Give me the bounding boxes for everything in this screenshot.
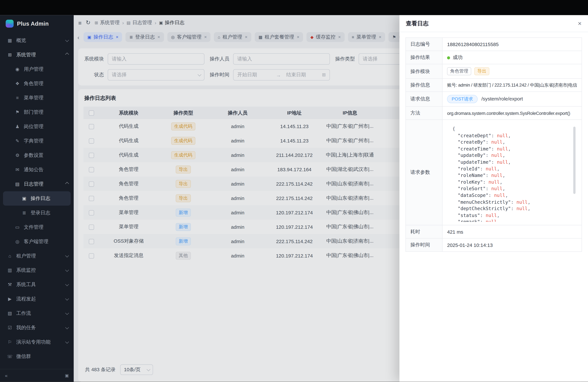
log-field-row: 请求信息POST请求/system/role/export — [406, 92, 582, 106]
field-value-cell: org.dromara.system.controller.system.Sys… — [442, 106, 582, 120]
screen: Plus Admin ▦概览⊞系统管理◉用户管理❖角色管理≡菜单管理⚑部门管理♟… — [0, 0, 588, 382]
log-field-row: 操作信息账号: admin / 研发部门 / 222.175.114.242 /… — [406, 78, 582, 92]
field-label: 方法 — [406, 106, 442, 120]
field-value-cell: 2025-01-24 10:14:13 — [442, 238, 582, 252]
module-tag: 导出 — [474, 67, 489, 75]
field-label: 请求信息 — [406, 92, 442, 106]
field-value-cell: 角色管理导出 — [442, 64, 582, 78]
close-icon[interactable]: × — [578, 20, 582, 27]
log-field-row: 操作时间2025-01-24 10:14:13 — [406, 238, 582, 252]
log-field-row: 方法org.dromara.system.controller.system.S… — [406, 106, 582, 120]
field-label: 操作时间 — [406, 238, 442, 252]
drawer-header: 查看日志 × — [399, 15, 588, 32]
field-value: 账号: admin / 研发部门 / 222.175.114.242 / 中国|… — [447, 82, 577, 87]
field-label: 日志编号 — [406, 38, 442, 51]
field-label: 请求参数 — [406, 120, 442, 225]
field-value-cell: {"createDept": null,"createBy": null,"cr… — [442, 120, 582, 225]
log-field-row: 操作结果成功 — [406, 51, 582, 64]
log-detail-table: 日志编号1882612840802115585操作结果成功操作模块角色管理导出操… — [406, 37, 582, 252]
field-value: 1882612840802115585 — [447, 41, 499, 47]
log-field-row: 请求参数{"createDept": null,"createBy": null… — [406, 120, 582, 225]
field-value-cell: 1882612840802115585 — [442, 38, 582, 51]
field-value-cell: 账号: admin / 研发部门 / 222.175.114.242 / 中国|… — [442, 78, 582, 92]
field-label: 操作结果 — [406, 51, 442, 64]
field-value-cell: 421 ms — [442, 225, 582, 238]
request-url: /system/role/export — [481, 96, 523, 102]
status-text: 成功 — [453, 54, 462, 60]
field-value: 421 ms — [447, 229, 463, 235]
drawer-title: 查看日志 — [406, 20, 429, 27]
module-tag: 角色管理 — [447, 67, 471, 75]
log-field-row: 操作模块角色管理导出 — [406, 64, 582, 78]
scrollbar-thumb[interactable] — [573, 127, 576, 194]
http-method-tag: POST请求 — [447, 95, 478, 103]
field-value-cell: POST请求/system/role/export — [442, 92, 582, 106]
log-field-row: 耗时421 ms — [406, 225, 582, 238]
field-label: 操作模块 — [406, 64, 442, 78]
drawer-body: 日志编号1882612840802115585操作结果成功操作模块角色管理导出操… — [399, 32, 588, 257]
app-window: Plus Admin ▦概览⊞系统管理◉用户管理❖角色管理≡菜单管理⚑部门管理♟… — [0, 15, 588, 382]
field-label: 操作信息 — [406, 78, 442, 92]
status-dot-icon — [447, 56, 450, 59]
field-value: org.dromara.system.controller.system.Sys… — [447, 111, 570, 116]
field-label: 耗时 — [406, 225, 442, 238]
field-value: 2025-01-24 10:14:13 — [447, 242, 493, 248]
letterbox-top — [0, 0, 588, 15]
request-params-code[interactable]: {"createDept": null,"createBy": null,"cr… — [447, 123, 577, 222]
log-field-row: 日志编号1882612840802115585 — [406, 38, 582, 51]
drawer-view-log: 查看日志 × 日志编号1882612840802115585操作结果成功操作模块… — [399, 15, 588, 382]
field-value-cell: 成功 — [442, 51, 582, 64]
